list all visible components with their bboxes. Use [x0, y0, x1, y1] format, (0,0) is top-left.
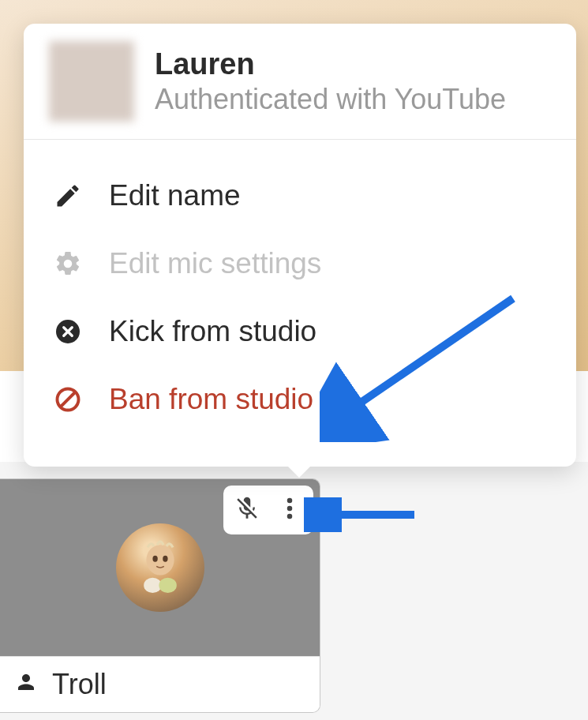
annotation-arrow-ban [320, 292, 525, 442]
participant-toolbar [223, 486, 313, 534]
mute-button[interactable] [231, 493, 263, 527]
svg-point-3 [146, 545, 174, 575]
svg-point-5 [163, 556, 167, 562]
svg-point-9 [287, 506, 293, 512]
remove-circle-icon [54, 317, 82, 346]
participant-tile: Troll [0, 478, 320, 713]
edit-name-label: Edit name [109, 179, 241, 212]
svg-line-2 [61, 392, 75, 407]
mic-off-icon [234, 495, 260, 525]
user-avatar [49, 41, 134, 122]
participant-name-bar: Troll [0, 656, 320, 712]
annotation-arrow-more [304, 497, 422, 532]
ban-label: Ban from studio [109, 383, 313, 416]
participant-avatar [116, 523, 204, 612]
edit-name-item[interactable]: Edit name [24, 162, 576, 230]
svg-line-11 [343, 298, 513, 414]
vertical-dots-icon [276, 495, 303, 525]
svg-point-7 [159, 578, 176, 593]
more-options-button[interactable] [274, 493, 305, 527]
svg-point-6 [144, 578, 161, 593]
user-name: Lauren [155, 47, 506, 81]
pencil-icon [54, 182, 82, 210]
video-area [0, 479, 320, 656]
kick-label: Kick from studio [109, 315, 316, 348]
gear-icon [54, 249, 82, 278]
edit-mic-label: Edit mic settings [109, 247, 321, 280]
svg-point-4 [152, 556, 157, 562]
edit-mic-item: Edit mic settings [24, 230, 576, 298]
user-auth-status: Authenticated with YouTube [155, 83, 506, 116]
person-icon [14, 668, 38, 701]
ban-icon [54, 385, 82, 414]
user-meta: Lauren Authenticated with YouTube [155, 47, 506, 116]
participant-name: Troll [52, 668, 107, 701]
svg-point-10 [287, 514, 293, 519]
svg-point-8 [287, 498, 293, 504]
popover-header: Lauren Authenticated with YouTube [24, 24, 576, 140]
